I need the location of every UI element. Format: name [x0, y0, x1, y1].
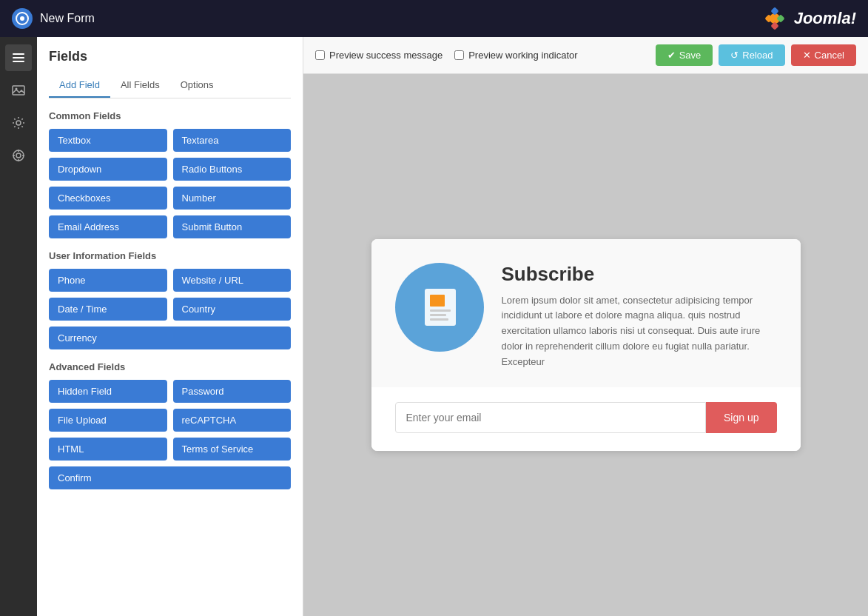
- field-btn-radio-buttons[interactable]: Radio Buttons: [173, 158, 292, 181]
- fields-panel: Fields Add Field All Fields Options Comm…: [37, 37, 303, 616]
- field-btn-currency[interactable]: Currency: [49, 327, 291, 349]
- subscribe-title: Subscribe: [502, 263, 777, 286]
- newsletter-icon: [414, 281, 465, 333]
- field-btn-country[interactable]: Country: [173, 298, 292, 321]
- field-btn-textbox[interactable]: Textbox: [49, 129, 167, 152]
- cancel-button[interactable]: ✕ Cancel: [791, 44, 856, 66]
- svg-rect-8: [13, 57, 24, 58]
- field-btn-terms-of-service[interactable]: Terms of Service: [173, 438, 292, 461]
- preview-success-checkbox[interactable]: [315, 50, 325, 60]
- subscribe-description: Lorem ipsum dolor sit amet, consectetur …: [502, 293, 777, 370]
- user-info-grid: Phone Website / URL Date / Time Country: [49, 269, 291, 321]
- tab-all-fields[interactable]: All Fields: [110, 73, 170, 98]
- field-btn-file-upload[interactable]: File Upload: [49, 409, 167, 432]
- subscribe-form: Sign up: [371, 387, 801, 451]
- subscribe-card: Subscribe Lorem ipsum dolor sit amet, co…: [371, 239, 801, 452]
- tab-options[interactable]: Options: [170, 73, 224, 98]
- svg-rect-9: [13, 61, 24, 62]
- sidebar-image-icon[interactable]: [5, 77, 32, 104]
- svg-rect-20: [430, 295, 445, 307]
- reload-label: Reload: [742, 50, 773, 61]
- brand-icon: [12, 8, 33, 29]
- svg-rect-5: [770, 7, 778, 15]
- advanced-fields-title: Advanced Fields: [49, 361, 291, 372]
- svg-rect-22: [430, 314, 446, 316]
- svg-point-12: [16, 121, 21, 125]
- sidebar-list-icon[interactable]: [5, 44, 32, 71]
- preview-working-label: Preview working indicator: [468, 50, 577, 61]
- joomla-logo-icon: [760, 5, 790, 32]
- field-btn-recaptcha[interactable]: reCAPTCHA: [173, 409, 292, 432]
- field-btn-submit-button[interactable]: Submit Button: [173, 215, 292, 238]
- subscribe-text-content: Subscribe Lorem ipsum dolor sit amet, co…: [502, 263, 777, 370]
- navbar-title: New Form: [40, 12, 95, 25]
- field-btn-confirm[interactable]: Confirm: [49, 466, 291, 489]
- preview-checks: Preview success message Preview working …: [315, 50, 578, 61]
- advanced-fields-grid-single: Confirm: [49, 466, 291, 489]
- subscribe-email-input[interactable]: [395, 402, 707, 433]
- save-label: Save: [679, 50, 702, 61]
- fields-heading: Fields: [49, 49, 291, 64]
- field-btn-html[interactable]: HTML: [49, 438, 167, 461]
- field-btn-phone[interactable]: Phone: [49, 269, 167, 292]
- preview-working-checkbox[interactable]: [454, 50, 464, 60]
- svg-rect-7: [13, 53, 24, 55]
- save-icon: ✔: [667, 50, 676, 61]
- joomla-logo: Joomla!: [760, 5, 856, 32]
- field-btn-password[interactable]: Password: [173, 380, 292, 403]
- navbar: New Form Joomla!: [0, 0, 868, 37]
- preview-success-check[interactable]: Preview success message: [315, 50, 443, 61]
- cancel-label: Cancel: [815, 50, 844, 61]
- preview-working-check[interactable]: Preview working indicator: [454, 50, 577, 61]
- field-btn-checkboxes[interactable]: Checkboxes: [49, 187, 167, 210]
- svg-point-1: [20, 16, 24, 21]
- preview-content: Subscribe Lorem ipsum dolor sit amet, co…: [303, 74, 868, 616]
- subscribe-card-top: Subscribe Lorem ipsum dolor sit amet, co…: [371, 239, 801, 388]
- user-info-grid-single: Currency: [49, 327, 291, 349]
- svg-rect-6: [770, 21, 778, 30]
- subscribe-signup-button[interactable]: Sign up: [706, 402, 776, 433]
- svg-point-14: [16, 153, 21, 158]
- reload-button[interactable]: ↺ Reload: [719, 44, 784, 66]
- preview-success-label: Preview success message: [329, 50, 443, 61]
- advanced-fields-grid: Hidden Field Password File Upload reCAPT…: [49, 380, 291, 461]
- svg-point-13: [13, 150, 24, 161]
- common-fields-grid: Textbox Textarea Dropdown Radio Buttons …: [49, 129, 291, 238]
- common-fields-title: Common Fields: [49, 110, 291, 121]
- subscribe-icon-circle: [395, 263, 484, 352]
- svg-rect-23: [430, 318, 448, 321]
- preview-toolbar: Preview success message Preview working …: [303, 37, 868, 74]
- preview-actions: ✔ Save ↺ Reload ✕ Cancel: [656, 44, 856, 66]
- sidebar-gear-icon[interactable]: [5, 110, 32, 136]
- reload-icon: ↺: [730, 50, 739, 61]
- joomla-text: Joomla!: [794, 9, 856, 28]
- cancel-icon: ✕: [803, 50, 811, 61]
- svg-rect-10: [13, 86, 24, 95]
- svg-rect-21: [430, 309, 451, 312]
- field-btn-website-url[interactable]: Website / URL: [173, 269, 292, 292]
- main-layout: Fields Add Field All Fields Options Comm…: [0, 37, 868, 616]
- field-btn-number[interactable]: Number: [173, 187, 292, 210]
- fields-tabs: Add Field All Fields Options: [49, 73, 291, 98]
- field-btn-hidden-field[interactable]: Hidden Field: [49, 380, 167, 403]
- field-btn-textarea[interactable]: Textarea: [173, 129, 292, 152]
- user-info-title: User Information Fields: [49, 250, 291, 261]
- icon-sidebar: [0, 37, 37, 616]
- field-btn-date-time[interactable]: Date / Time: [49, 298, 167, 321]
- sidebar-target-icon[interactable]: [5, 142, 32, 169]
- tab-add-field[interactable]: Add Field: [49, 73, 110, 98]
- save-button[interactable]: ✔ Save: [656, 44, 713, 66]
- field-btn-dropdown[interactable]: Dropdown: [49, 158, 167, 181]
- field-btn-email-address[interactable]: Email Address: [49, 215, 167, 238]
- navbar-left: New Form: [12, 8, 95, 29]
- preview-area: Preview success message Preview working …: [303, 37, 868, 616]
